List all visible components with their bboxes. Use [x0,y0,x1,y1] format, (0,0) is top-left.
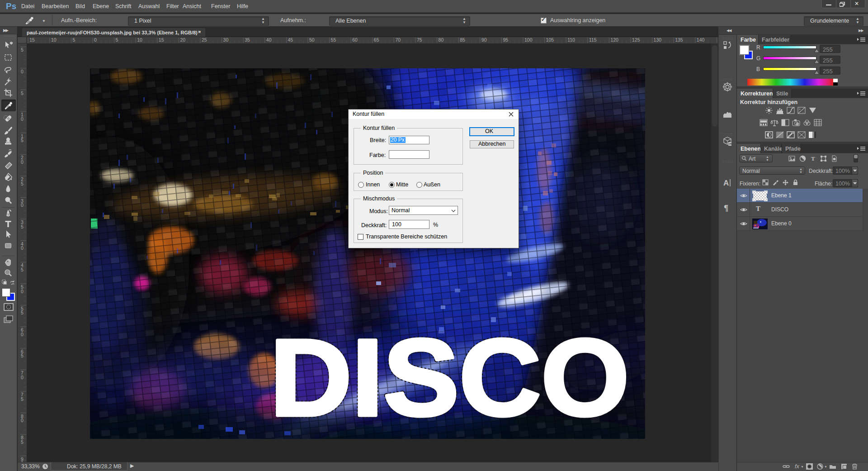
svg-text:45: 45 [288,37,293,43]
svg-text:10: 10 [51,37,57,43]
svg-text:0: 0 [94,37,97,43]
svg-text:120: 120 [610,37,618,43]
svg-text:25: 25 [202,37,207,43]
svg-text:A: A [723,179,729,187]
svg-text:100: 100 [524,37,533,43]
svg-text:5: 5 [21,396,24,402]
svg-text:10: 10 [137,37,142,43]
svg-text:0: 0 [21,332,24,337]
svg-text:5: 5 [21,439,24,445]
svg-text:125: 125 [632,37,640,43]
svg-text:20: 20 [180,37,185,43]
svg-text:5: 5 [116,37,118,43]
svg-text:DISCO: DISCO [270,316,629,438]
svg-text:0: 0 [21,116,24,122]
svg-text:80: 80 [439,37,444,43]
svg-text:40: 40 [266,37,272,43]
svg-text:5: 5 [21,181,24,186]
svg-text:75: 75 [417,37,422,43]
svg-text:0: 0 [21,418,24,423]
svg-text:15: 15 [159,37,164,43]
svg-text:5: 5 [21,310,24,315]
svg-text:5: 5 [21,224,24,229]
svg-text:30: 30 [223,37,229,43]
svg-text:5: 5 [21,90,24,96]
svg-text:+: + [799,108,801,111]
svg-text:0: 0 [21,69,24,74]
svg-text:90: 90 [481,37,487,43]
svg-text:105: 105 [546,37,554,43]
svg-text:140: 140 [697,37,705,43]
svg-text:-: - [802,110,804,114]
svg-text:55: 55 [331,37,336,43]
svg-text:115: 115 [589,37,597,43]
svg-text:135: 135 [675,37,683,43]
svg-text:0: 0 [21,245,24,251]
svg-text:110: 110 [567,37,575,43]
svg-text:130: 130 [654,37,662,43]
svg-text:0: 0 [21,159,24,165]
svg-text:0: 0 [21,202,24,208]
svg-text:95: 95 [503,37,508,43]
svg-text:5: 5 [21,47,24,52]
svg-text:¶: ¶ [724,203,728,213]
svg-text:5: 5 [72,37,75,43]
svg-text:65: 65 [374,37,379,43]
svg-text:T: T [811,155,815,162]
svg-text:5: 5 [21,267,24,272]
svg-text:50: 50 [309,37,315,43]
svg-text:15: 15 [29,37,35,43]
svg-text:0: 0 [21,375,24,380]
svg-text:5: 5 [21,138,24,143]
svg-text:85: 85 [460,37,465,43]
svg-text:70: 70 [395,37,401,43]
svg-text:35: 35 [245,37,250,43]
svg-text:0: 0 [21,289,24,294]
svg-text:60: 60 [352,37,358,43]
svg-text:5: 5 [21,353,24,358]
